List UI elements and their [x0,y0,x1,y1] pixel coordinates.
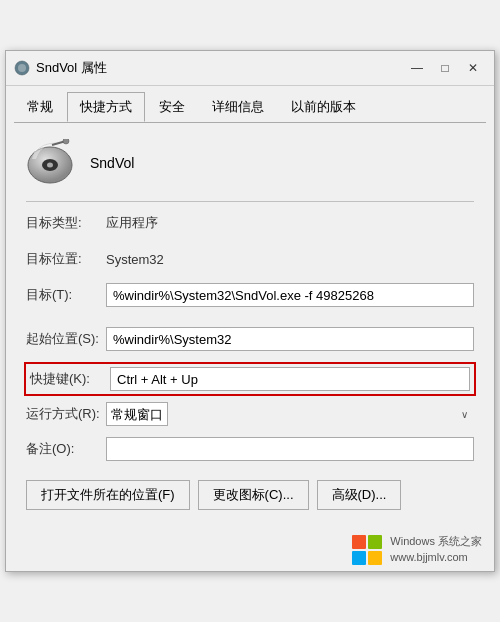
comment-row: 备注(O): [26,436,474,462]
close-button[interactable]: ✕ [460,57,486,79]
comment-label: 备注(O): [26,440,106,458]
properties-window: SndVol 属性 — □ ✕ 常规 快捷方式 安全 详细信息 以前的版本 [5,50,495,572]
run-select[interactable]: 常规窗口 [106,402,168,426]
titlebar-controls: — □ ✕ [404,57,486,79]
minimize-button[interactable]: — [404,57,430,79]
titlebar-left: SndVol 属性 [14,59,107,77]
svg-point-6 [63,139,69,144]
advanced-button[interactable]: 高级(D)... [317,480,402,510]
maximize-button[interactable]: □ [432,57,458,79]
watermark-text-block: Windows 系统之家 www.bjjmlv.com [390,534,482,565]
target-location-value: System32 [106,252,164,267]
tab-general[interactable]: 常规 [14,92,66,122]
shortcut-label: 快捷键(K): [30,370,110,388]
action-buttons: 打开文件所在的位置(F) 更改图标(C)... 高级(D)... [26,480,474,510]
app-icon [26,139,74,187]
tab-content: SndVol 目标类型: 应用程序 目标位置: System32 目标(T): … [6,123,494,526]
logo-bl [352,551,366,565]
tab-security[interactable]: 安全 [146,92,198,122]
shortcut-input[interactable] [110,367,470,391]
change-icon-button[interactable]: 更改图标(C)... [198,480,309,510]
comment-input[interactable] [106,437,474,461]
windows-logo [352,535,382,565]
target-location-label: 目标位置: [26,250,106,268]
start-in-row: 起始位置(S): [26,326,474,352]
tab-shortcut[interactable]: 快捷方式 [67,92,145,122]
target-type-value: 应用程序 [106,214,158,232]
start-in-label: 起始位置(S): [26,330,106,348]
open-location-button[interactable]: 打开文件所在的位置(F) [26,480,190,510]
logo-tr [368,535,382,549]
target-row: 目标(T): [26,282,474,308]
titlebar: SndVol 属性 — □ ✕ [6,51,494,86]
app-header: SndVol [26,139,474,187]
run-mode-row: 运行方式(R): 常规窗口 [26,402,474,426]
target-type-row: 目标类型: 应用程序 [26,210,474,236]
window-title: SndVol 属性 [36,59,107,77]
tabs-bar: 常规 快捷方式 安全 详细信息 以前的版本 [6,86,494,122]
tab-details[interactable]: 详细信息 [199,92,277,122]
window-icon [14,60,30,76]
spacer-1 [26,318,474,326]
watermark-line1: Windows 系统之家 [390,534,482,549]
svg-point-4 [47,163,53,168]
run-label: 运行方式(R): [26,405,106,423]
shortcut-row: 快捷键(K): [24,362,476,396]
tab-previous[interactable]: 以前的版本 [278,92,369,122]
run-select-wrapper: 常规窗口 [106,402,474,426]
target-input[interactable] [106,283,474,307]
start-in-input[interactable] [106,327,474,351]
target-location-row: 目标位置: System32 [26,246,474,272]
svg-point-1 [18,64,26,72]
watermark: Windows 系统之家 www.bjjmlv.com [6,526,494,571]
logo-br [368,551,382,565]
watermark-line2: www.bjjmlv.com [390,550,482,565]
target-label: 目标(T): [26,286,106,304]
divider-1 [26,201,474,202]
logo-tl [352,535,366,549]
target-type-label: 目标类型: [26,214,106,232]
app-name: SndVol [90,155,134,171]
